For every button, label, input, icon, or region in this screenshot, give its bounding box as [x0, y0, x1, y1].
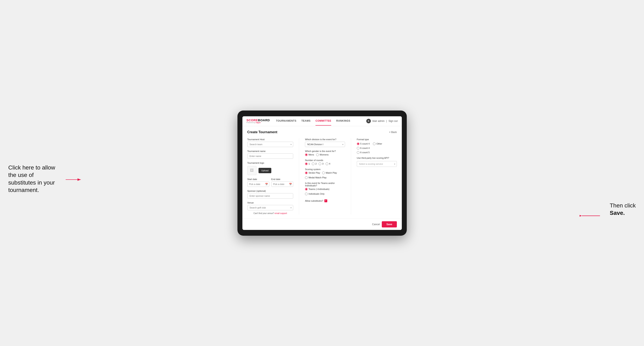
end-date-label: End date	[271, 178, 293, 180]
nav-right: B blair admin | Sign out	[366, 119, 398, 123]
gender-mens-radio[interactable]	[305, 154, 308, 156]
division-select[interactable]: NCAA Division I	[305, 142, 345, 147]
page-content: Create Tournament < Back Tournament Host	[242, 126, 402, 219]
right-column: Format type 5 count 4 Other	[351, 138, 397, 214]
format-6count5-radio[interactable]	[357, 151, 360, 154]
page-header: Create Tournament < Back	[247, 130, 397, 134]
gender-womens-radio[interactable]	[316, 154, 319, 156]
gender-group: Which gender is the event for? Mens Wome…	[305, 150, 345, 156]
format-5count4[interactable]: 5 count 4	[357, 143, 370, 145]
scoring-stroke-radio[interactable]	[305, 172, 308, 174]
rounds-3[interactable]: 3	[318, 163, 323, 165]
rounds-2-label: 2	[315, 163, 316, 165]
substitutes-group: Allow substitutes?	[305, 199, 345, 202]
cancel-button[interactable]: Cancel	[372, 223, 380, 226]
nav-teams[interactable]: TEAMS	[301, 117, 310, 126]
scoring-api-label: Use third-party live scoring API?	[357, 157, 397, 159]
format-6count4-label: 6 count 4	[360, 147, 370, 149]
tournament-name-group: Tournament name	[247, 150, 294, 159]
substitutes-checkbox[interactable]	[324, 199, 327, 202]
scoring-service-wrap: Select a scoring service	[357, 161, 397, 167]
logo-brand: clippd	[256, 122, 260, 124]
format-row-2: 6 count 4	[357, 147, 397, 150]
sponsor-label: Sponsor (optional)	[247, 190, 294, 192]
save-button[interactable]: Save	[382, 221, 397, 227]
start-date-group: Start date 📅	[247, 178, 269, 187]
nav-tournaments[interactable]: TOURNAMENTS	[276, 117, 296, 126]
venue-help-text: Can't find your venue?	[254, 212, 274, 214]
logo-scoreboard: SCOREBOARD	[246, 119, 270, 122]
format-type-label: Format type	[357, 138, 397, 141]
format-6count4-radio[interactable]	[357, 147, 360, 150]
left-annotation-text: Click here to allow the use of substitut…	[8, 164, 55, 193]
scoring-medal-radio[interactable]	[305, 176, 308, 179]
back-link[interactable]: < Back	[389, 131, 397, 134]
format-6count4[interactable]: 6 count 4	[357, 147, 370, 150]
logo-board: BOARD	[258, 118, 270, 122]
form-footer: Cancel Save	[242, 219, 402, 230]
event-type-group: Is this event for Teams and/or Individua…	[305, 182, 345, 195]
tablet-screen: SCOREBOARD Powered by clippd TOURNAMENTS…	[242, 116, 402, 230]
tablet-device: SCOREBOARD Powered by clippd TOURNAMENTS…	[238, 111, 407, 236]
tournament-host-select-wrap	[247, 142, 294, 147]
nav-committee[interactable]: COMMITTEE	[316, 117, 332, 126]
event-type-teams-label: Teams (+Individuals)	[308, 188, 329, 190]
scoring-match-radio[interactable]	[322, 172, 325, 174]
avatar: B	[366, 119, 371, 123]
venue-input[interactable]	[247, 205, 294, 210]
format-6count5[interactable]: 6 count 5	[357, 151, 370, 154]
rounds-1-radio[interactable]	[305, 163, 308, 165]
format-5count4-label: 5 count 4	[360, 143, 370, 145]
middle-column: Which division is the event for? NCAA Di…	[299, 138, 345, 214]
end-date-wrap: 📅	[271, 181, 293, 187]
upload-button[interactable]: Upload	[258, 168, 272, 173]
division-label: Which division is the event for?	[305, 138, 345, 141]
scoring-service-select[interactable]: Select a scoring service	[357, 161, 397, 167]
event-type-teams-radio[interactable]	[305, 188, 308, 190]
rounds-3-label: 3	[322, 163, 323, 165]
sign-out-link[interactable]: Sign out	[388, 120, 398, 123]
rounds-2[interactable]: 2	[312, 163, 316, 165]
rounds-4-radio[interactable]	[326, 163, 328, 165]
logo-score: SCORE	[246, 118, 258, 122]
end-date-group: End date 📅	[271, 178, 293, 187]
gender-radio-group: Mens Womens	[305, 154, 345, 156]
scoring-medal[interactable]: Medal Match Play	[305, 176, 326, 179]
calendar-icon: 📅	[265, 183, 268, 185]
sponsor-input[interactable]	[247, 193, 294, 198]
scoring-api-group: Use third-party live scoring API? Select…	[357, 157, 397, 167]
right-annotation-text: Then click	[610, 202, 636, 209]
rounds-4[interactable]: 4	[326, 163, 330, 165]
email-support-link[interactable]: email support	[274, 212, 287, 214]
tournament-host-input[interactable]	[247, 142, 294, 147]
right-annotation: Then click Save.	[610, 202, 636, 217]
gender-womens[interactable]: Womens	[316, 154, 328, 156]
event-type-individuals[interactable]: Individuals Only	[305, 192, 324, 195]
gender-mens[interactable]: Mens	[305, 154, 314, 156]
scoring-stroke[interactable]: Stroke Play	[305, 172, 320, 174]
start-date-wrap: 📅	[247, 181, 269, 187]
nav-rankings[interactable]: RANKINGS	[336, 117, 350, 126]
rounds-3-radio[interactable]	[318, 163, 321, 165]
format-other-radio[interactable]	[373, 143, 376, 145]
format-5count4-radio[interactable]	[357, 143, 360, 145]
start-date-label: Start date	[247, 178, 269, 180]
nav-separator: |	[386, 120, 387, 123]
format-other[interactable]: Other	[373, 143, 382, 145]
rounds-1-label: 1	[308, 163, 310, 165]
right-annotation-bold: Save.	[610, 210, 625, 216]
rounds-2-radio[interactable]	[312, 163, 314, 165]
page-wrapper: Click here to allow the use of substitut…	[8, 111, 636, 236]
username: blair admin	[372, 120, 385, 123]
scoring-radio-group: Stroke Play Match Play Medal Match Play	[305, 172, 345, 179]
event-type-individuals-radio[interactable]	[305, 192, 308, 195]
event-type-teams[interactable]: Teams (+Individuals)	[305, 188, 329, 190]
sponsor-group: Sponsor (optional)	[247, 190, 294, 198]
date-row: Start date 📅 End date 📅	[247, 178, 294, 187]
rounds-1[interactable]: 1	[305, 163, 310, 165]
image-icon: 🖼	[250, 168, 254, 173]
tournament-logo-group: Tournament logo 🖼 Upload	[247, 162, 294, 175]
scoring-match[interactable]: Match Play	[322, 172, 337, 174]
tournament-logo-label: Tournament logo	[247, 162, 294, 164]
tournament-name-input[interactable]	[247, 154, 294, 159]
